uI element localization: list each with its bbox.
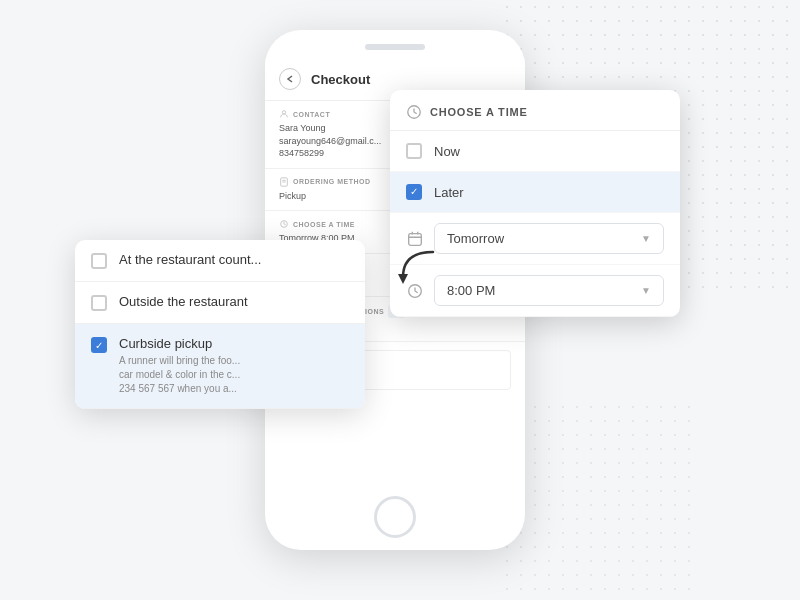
curbside-checkbox[interactable] [91,337,107,353]
date-chevron-icon: ▼ [641,233,651,244]
later-label: Later [434,185,464,200]
time-chevron-icon: ▼ [641,285,651,296]
time-dropdown[interactable]: 8:00 PM ▼ [434,275,664,306]
curbside-title: Curbside pickup [119,336,240,351]
curbside-text: Curbside pickup A runner will bring the … [119,336,240,396]
checkout-title: Checkout [311,72,370,87]
date-value: Tomorrow [447,231,504,246]
at-counter-title: At the restaurant count... [119,252,261,267]
now-checkbox[interactable] [406,143,422,159]
outside-title: Outside the restaurant [119,294,248,309]
fulfillment-option-at-counter[interactable]: At the restaurant count... [75,240,365,282]
at-counter-checkbox[interactable] [91,253,107,269]
back-button[interactable] [279,68,301,90]
time-selector-row: 8:00 PM ▼ [390,265,680,317]
time-popup: CHOOSE A TIME Now Later Tomorrow ▼ 8:00 … [390,90,680,317]
time-popup-header: CHOOSE A TIME [390,90,680,131]
fulfillment-card: At the restaurant count... Outside the r… [75,240,365,409]
time-value: 8:00 PM [447,283,495,298]
curbside-description: A runner will bring the foo...car model … [119,354,240,396]
date-selector-row: Tomorrow ▼ [390,213,680,265]
fulfillment-option-outside[interactable]: Outside the restaurant [75,282,365,324]
at-counter-text: At the restaurant count... [119,252,261,267]
date-dropdown[interactable]: Tomorrow ▼ [434,223,664,254]
svg-rect-8 [409,233,422,245]
outside-text: Outside the restaurant [119,294,248,309]
time-option-now[interactable]: Now [390,131,680,172]
fulfillment-option-curbside[interactable]: Curbside pickup A runner will bring the … [75,324,365,409]
now-label: Now [434,144,460,159]
time-option-later[interactable]: Later [390,172,680,213]
later-checkbox[interactable] [406,184,422,200]
time-popup-title: CHOOSE A TIME [430,106,528,118]
outside-checkbox[interactable] [91,295,107,311]
bg-dots-bottom [500,400,700,600]
